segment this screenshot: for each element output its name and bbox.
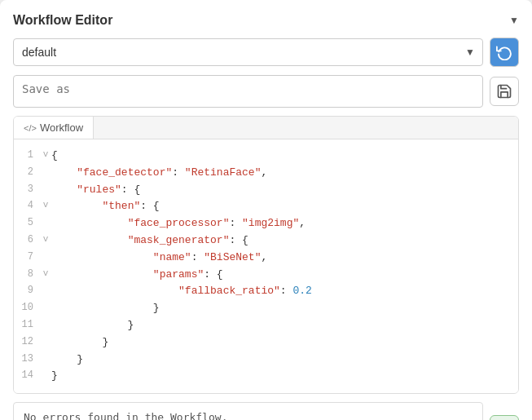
select-row: default ▼ (13, 38, 519, 67)
status-row (13, 402, 519, 420)
code-line: 13 } (14, 351, 518, 369)
code-line: 14 } (14, 368, 518, 385)
collapse-icon[interactable]: ▼ (509, 15, 519, 26)
workflow-select-wrapper: default ▼ (13, 38, 483, 66)
validate-button[interactable] (490, 415, 519, 420)
code-line: 10 } (14, 300, 518, 317)
header-row: Workflow Editor ▼ (13, 13, 519, 28)
workflow-select[interactable]: default (13, 38, 483, 66)
code-line: 3 "rules": { (14, 182, 518, 199)
code-editor[interactable]: 1 v { 2 "face_detector": "RetinaFace", 3… (14, 139, 518, 393)
refresh-button[interactable] (490, 38, 519, 67)
code-line: 5 "face_processor": "img2img", (14, 215, 518, 232)
save-button[interactable] (490, 77, 519, 106)
workflow-editor-container: Workflow Editor ▼ default ▼ (0, 0, 532, 420)
code-line: 11 } (14, 317, 518, 334)
code-line: 9 "fallback_ratio": 0.2 (14, 283, 518, 300)
tab-workflow-label: Workflow (40, 122, 83, 134)
status-message (13, 402, 483, 420)
saveas-input[interactable] (13, 75, 483, 108)
code-line: 2 "face_detector": "RetinaFace", (14, 165, 518, 182)
code-line: 4 v "then": { (14, 198, 518, 215)
editor-tab-bar: </> Workflow (14, 117, 518, 139)
saveas-row (13, 75, 519, 108)
code-icon: </> (24, 123, 37, 133)
code-line: 8 v "params": { (14, 267, 518, 284)
editor-panel: </> Workflow 1 v { 2 "face_detector": "R… (13, 116, 519, 394)
code-line: 7 "name": "BiSeNet", (14, 250, 518, 267)
code-line: 12 } (14, 334, 518, 351)
code-line: 6 v "mask_generator": { (14, 232, 518, 250)
page-title: Workflow Editor (13, 13, 112, 28)
tab-workflow[interactable]: </> Workflow (14, 117, 94, 139)
code-line: 1 v { (14, 148, 518, 165)
